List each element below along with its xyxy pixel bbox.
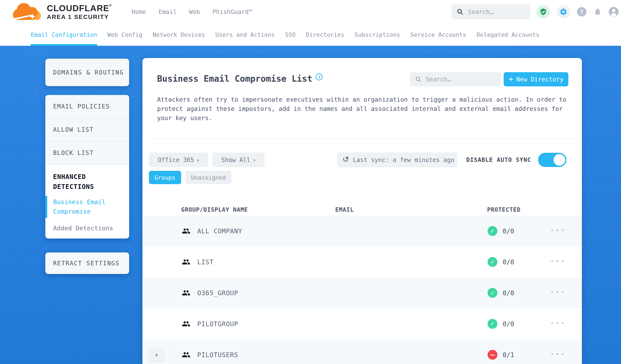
view-tabs: GroupsUnassigned [149, 171, 231, 184]
chevron-down-icon: ▾ [197, 158, 199, 163]
group-icon [182, 289, 190, 297]
table-row[interactable]: › LIST ✓ 0/0 ••• [142, 246, 582, 277]
settings-button[interactable] [557, 5, 570, 18]
row-actions-button[interactable]: ••• [550, 350, 566, 358]
cloudflare-cloud-icon [11, 3, 43, 21]
group-icon [182, 227, 190, 235]
tab-web-config[interactable]: Web Config [107, 24, 142, 46]
nav-web[interactable]: Web [189, 8, 200, 16]
sidebar-item-allow-list[interactable]: ALLOW LIST [45, 118, 129, 141]
secondary-nav: Email ConfigurationWeb ConfigNetwork Dev… [0, 24, 621, 46]
column-email: EMAIL [335, 206, 354, 213]
brand-subtitle: AREA 1 SECURITY [47, 14, 112, 20]
expand-row-button[interactable]: › [149, 348, 164, 361]
group-icon [182, 350, 190, 359]
brand-text: CLOUDFLARE® AREA 1 SECURITY [47, 4, 112, 20]
view-tab-unassigned[interactable]: Unassigned [186, 171, 232, 184]
last-sync-status[interactable]: ↺ Last sync: a few minutes ago [337, 153, 457, 167]
show-filter-select[interactable]: Show All ▾ [212, 153, 264, 167]
tab-email-configuration[interactable]: Email Configuration [31, 24, 97, 46]
sidebar-item-block-list[interactable]: BLOCK LIST [45, 141, 129, 165]
protected-count: 0/1 [503, 351, 514, 359]
tab-sso[interactable]: SSO [285, 24, 296, 46]
enhanced-detections-section: ENHANCED DETECTIONS Business Email Compr… [45, 165, 129, 239]
enhanced-detections-links: Business Email CompromiseAdded Detection… [53, 197, 121, 233]
table-row[interactable]: › PILOTUSERS − 0/1 ••• [142, 339, 582, 364]
nav-home[interactable]: Home [132, 8, 146, 16]
plus-icon: + [509, 75, 513, 83]
registered-mark: ® [109, 4, 112, 7]
shield-check-icon [539, 8, 547, 16]
primary-nav: HomeEmailWebPhishGuard™ [132, 8, 252, 16]
column-group-display-name: GROUP/DISPLAY NAME [181, 206, 248, 213]
status-glyph: ✓ [490, 321, 495, 327]
chevron-down-icon: ▾ [253, 158, 256, 163]
app-header: CLOUDFLARE® AREA 1 SECURITY HomeEmailWeb… [0, 0, 621, 24]
sidebar-card-retract-settings[interactable]: RETRACT SETTINGS [45, 252, 129, 274]
list-search [410, 72, 501, 87]
group-name: PILOTUSERS [197, 351, 238, 359]
group-icon [182, 320, 190, 328]
page-description: Attackers often try to impersonate execu… [157, 95, 567, 123]
directory-select[interactable]: Office 365 ▾ [149, 153, 208, 167]
sidebar-item-label: RETRACT SETTINGS [53, 260, 120, 267]
global-search-input[interactable] [468, 8, 524, 16]
protected-count: 0/0 [503, 320, 514, 328]
table-row[interactable]: › PILOTGROUP ✓ 0/0 ••• [142, 308, 582, 339]
notifications-button[interactable] [593, 8, 602, 16]
tab-subscriptions[interactable]: Subscriptions [355, 24, 400, 46]
new-directory-button[interactable]: + New Directory [504, 72, 568, 87]
protected-count: 0/0 [503, 258, 514, 266]
help-button[interactable]: ? [577, 7, 586, 17]
bell-icon [593, 8, 602, 16]
chevron-right-icon: › [154, 351, 158, 359]
new-directory-label: New Directory [516, 76, 563, 83]
tab-network-devices[interactable]: Network Devices [153, 24, 205, 46]
user-icon [609, 7, 619, 17]
tab-service-accounts[interactable]: Service Accounts [410, 24, 466, 46]
tab-directories[interactable]: Directories [306, 24, 344, 46]
status-glyph: − [490, 351, 495, 359]
status-glyph: ✓ [490, 228, 495, 234]
row-actions-button[interactable]: ••• [550, 320, 566, 327]
group-name: PILOTGROUP [197, 320, 238, 328]
nav-email[interactable]: Email [159, 8, 177, 16]
status-glyph: ✓ [490, 290, 495, 296]
sidebar-item-email-policies[interactable]: EMAIL POLICIES [45, 95, 129, 118]
protected-status-icon: ✓ [488, 319, 498, 329]
policy-item-list: EMAIL POLICIESALLOW LISTBLOCK LIST [45, 95, 129, 165]
search-icon [415, 76, 421, 82]
tab-users-and-actions[interactable]: Users and Actions [215, 24, 275, 46]
page: CLOUDFLARE® AREA 1 SECURITY HomeEmailWeb… [0, 0, 621, 364]
auto-sync-toggle[interactable] [538, 153, 567, 167]
table-row[interactable]: › ALL COMPANY ✓ 0/0 ••• [142, 216, 582, 246]
sidebar-item-business-email-compromise[interactable]: Business Email Compromise [53, 197, 113, 216]
show-filter-value: Show All [221, 156, 250, 164]
sidebar-item-label: DOMAINS & ROUTING [53, 69, 124, 76]
tab-delegated-accounts[interactable]: Delegated Accounts [477, 24, 540, 46]
cloudflare-logo: CLOUDFLARE® AREA 1 SECURITY [11, 3, 112, 21]
group-name: O365_GROUP [197, 289, 238, 297]
row-actions-button[interactable]: ••• [550, 258, 566, 265]
status-glyph: ✓ [490, 259, 495, 265]
protected-count: 0/0 [503, 227, 514, 235]
row-actions-button[interactable]: ••• [550, 227, 566, 234]
table-row[interactable]: › O365_GROUP ✓ 0/0 ••• [142, 277, 582, 308]
brand-name: CLOUDFLARE® [47, 4, 112, 13]
protected-status-icon: ✓ [488, 288, 498, 298]
main-card: Business Email Compromise List i + New D… [142, 58, 582, 364]
protected-count: 0/0 [503, 289, 514, 297]
list-search-input[interactable] [426, 76, 490, 83]
group-name: ALL COMPANY [197, 227, 242, 235]
account-button[interactable] [609, 7, 619, 17]
view-tab-groups[interactable]: Groups [149, 171, 181, 184]
sidebar-card-domains-routing[interactable]: DOMAINS & ROUTING [45, 59, 129, 86]
question-icon: ? [580, 9, 583, 15]
sidebar-item-added-detections[interactable]: Added Detections [53, 224, 113, 233]
security-status-button[interactable] [536, 5, 550, 18]
protected-status-icon: ✓ [488, 226, 498, 236]
info-icon[interactable]: i [316, 73, 323, 80]
gear-icon [559, 8, 568, 16]
row-actions-button[interactable]: ••• [550, 289, 566, 296]
nav-phishguard[interactable]: PhishGuard™ [212, 8, 252, 16]
